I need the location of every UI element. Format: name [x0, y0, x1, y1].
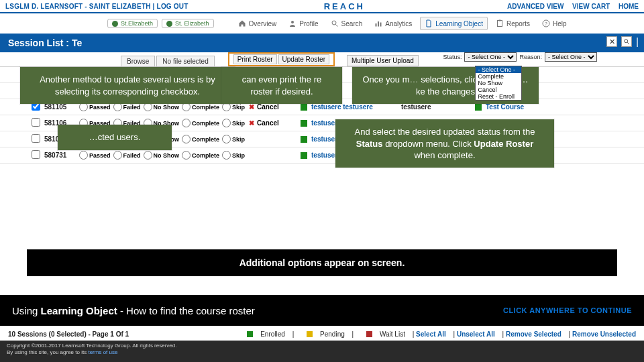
- lesson-title-suffix: - How to find the course roster: [117, 305, 255, 316]
- clipboard-icon: [496, 19, 504, 27]
- status-option[interactable]: Reset - Enroll: [476, 93, 521, 100]
- app-title: REACH: [189, 1, 501, 11]
- status-swatch-icon: [301, 152, 307, 159]
- svg-point-1: [332, 21, 336, 25]
- svg-rect-6: [498, 20, 500, 21]
- row-userid: 580731: [44, 152, 79, 159]
- row-login: testusere: [401, 103, 475, 111]
- link-remove-unselected[interactable]: Remove Unselected: [572, 330, 636, 338]
- row-course: Test Course: [475, 103, 644, 111]
- row-userid: 581105: [44, 103, 79, 111]
- cancel-x-icon[interactable]: ✖: [249, 119, 254, 127]
- user-icon: [288, 19, 297, 27]
- opt-noshow[interactable]: No Show: [144, 151, 180, 160]
- status-option[interactable]: No Show: [476, 80, 521, 86]
- session-title: Session List : Te: [8, 38, 82, 48]
- link-advanced-view[interactable]: ADVANCED VIEW: [507, 3, 564, 10]
- click-to-continue[interactable]: CLICK ANYWHERE TO CONTINUE: [503, 306, 632, 314]
- opt-cancel[interactable]: Cancel: [257, 103, 279, 111]
- opt-skip[interactable]: Skip: [222, 119, 245, 127]
- status-swatch-icon: [301, 104, 307, 111]
- svg-point-0: [291, 21, 294, 23]
- org-logo-a: St.Elizabeth: [107, 19, 158, 28]
- status-option[interactable]: Complete: [476, 73, 521, 80]
- opt-complete[interactable]: Complete: [182, 119, 219, 127]
- status-dropdown-open[interactable]: - Select One - Complete No Show Cancel R…: [475, 66, 522, 101]
- status-option[interactable]: Cancel: [476, 86, 521, 93]
- lesson-title-object: Learning Object: [41, 305, 117, 316]
- roster-action-highlight: Print Roster Update Roster: [228, 52, 335, 66]
- nav-reports[interactable]: Reports: [492, 17, 534, 29]
- callout-selected-users: …cted users.: [58, 125, 172, 150]
- link-remove-selected[interactable]: Remove Selected: [506, 330, 561, 338]
- row-checkbox[interactable]: [32, 118, 40, 127]
- nav-search[interactable]: Search: [327, 17, 367, 29]
- help-icon: ?: [542, 19, 550, 27]
- nav-help[interactable]: ? Help: [538, 17, 571, 29]
- svg-rect-2: [376, 23, 377, 27]
- topbar-right: ADVANCED VIEW VIEW CART HOME: [500, 3, 639, 10]
- opt-complete[interactable]: Complete: [182, 135, 219, 143]
- opt-passed[interactable]: Passed: [79, 151, 111, 160]
- lesson-bottom-bar[interactable]: Using Learning Object - How to find the …: [0, 295, 644, 326]
- link-view-cart[interactable]: VIEW CART: [572, 3, 610, 10]
- nav-profile[interactable]: Profile: [284, 17, 322, 29]
- update-roster-button[interactable]: Update Roster: [278, 54, 329, 64]
- copyright-line1: Copyright ©2001-2017 Learnsoft Technolog…: [7, 343, 637, 349]
- reason-select[interactable]: - Select One -: [545, 52, 597, 62]
- tab-no-file[interactable]: No file selected: [156, 56, 214, 66]
- status-option[interactable]: - Select One -: [476, 66, 521, 73]
- course-link[interactable]: Test Course: [486, 103, 524, 111]
- bar-chart-icon: [374, 19, 382, 27]
- search-icon: [331, 19, 339, 27]
- tab-row: Browse No file selected Print Roster Upd…: [0, 52, 644, 67]
- search-panel-icon[interactable]: [621, 36, 632, 47]
- opt-cancel[interactable]: Cancel: [257, 119, 279, 127]
- nav-overview[interactable]: Overview: [234, 17, 281, 29]
- status-swatch-icon: [301, 120, 307, 127]
- svg-rect-5: [497, 21, 502, 27]
- home-icon: [238, 19, 246, 27]
- instruction-bar: Additional options appear on screen.: [27, 249, 617, 276]
- svg-rect-4: [380, 23, 382, 27]
- opt-skip[interactable]: Skip: [222, 151, 245, 160]
- callout-print: can even print the re roster if desired.: [221, 67, 342, 104]
- org-logo-b: St. Elizabeth: [162, 19, 214, 28]
- reason-label: Reason:: [519, 54, 542, 60]
- opt-failed[interactable]: Failed: [113, 151, 141, 160]
- nav-learning-object[interactable]: Learning Object: [420, 17, 488, 30]
- svg-text:?: ?: [545, 21, 547, 26]
- nav-analytics[interactable]: Analytics: [370, 17, 416, 29]
- row-checkbox[interactable]: [32, 134, 40, 143]
- opt-complete[interactable]: Complete: [182, 151, 219, 160]
- print-roster-button[interactable]: Print Roster: [233, 54, 277, 64]
- status-swatch-icon: [475, 104, 482, 111]
- svg-point-9: [625, 40, 628, 43]
- close-icon[interactable]: ✕: [606, 36, 617, 47]
- link-unselect-all[interactable]: Unselect All: [457, 330, 495, 338]
- swatch-waitlist-icon: [366, 331, 372, 337]
- session-header: Session List : Te ✕ |: [0, 34, 644, 52]
- status-swatch-icon: [301, 136, 307, 143]
- link-select-all[interactable]: Select All: [416, 330, 446, 338]
- link-home[interactable]: HOME: [619, 3, 639, 10]
- document-icon: [425, 19, 433, 27]
- row-status-options: PassedFailedNo ShowCompleteSkip: [79, 151, 301, 160]
- row-checkbox[interactable]: [32, 150, 40, 159]
- cancel-x-icon[interactable]: ✖: [249, 103, 254, 111]
- terms-link[interactable]: terms of use: [88, 349, 117, 355]
- secondary-nav: St.Elizabeth St. Elizabeth Overview Prof…: [0, 13, 644, 34]
- row-user: testusere testusere: [301, 103, 401, 111]
- opt-skip[interactable]: Skip: [222, 135, 245, 143]
- status-select[interactable]: - Select One -: [464, 52, 517, 62]
- topbar-left: LSGLM D. LEARNSOFT - SAINT ELIZABETH | L…: [5, 3, 189, 10]
- pager-legend-row: 10 Sessions (0 Selected) - Page 1 Of 1 E…: [0, 328, 644, 339]
- brand-topbar: LSGLM D. LEARNSOFT - SAINT ELIZABETH | L…: [0, 0, 644, 13]
- pager-text: 10 Sessions (0 Selected) - Page 1 Of 1: [8, 330, 236, 338]
- legend: Enrolled | Pending | Wait List | Select …: [236, 330, 636, 338]
- callout-checkbox-method: Another method to update several users i…: [20, 67, 235, 104]
- magnifier-icon: [623, 38, 630, 45]
- tab-browse[interactable]: Browse: [121, 56, 155, 66]
- user-link[interactable]: testusere testusere: [311, 103, 373, 111]
- multiple-user-upload-button[interactable]: Multiple User Upload: [347, 55, 419, 66]
